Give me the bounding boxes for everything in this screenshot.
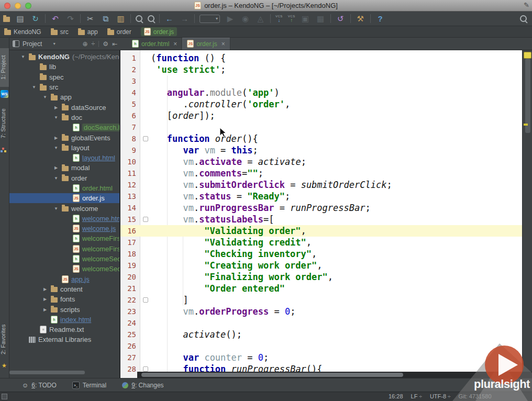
tool-button-project[interactable]: 1: Project bbox=[0, 48, 9, 87]
tree-item-layout[interactable]: ▼layout bbox=[9, 143, 119, 153]
tree-item-spec[interactable]: spec bbox=[9, 72, 119, 82]
tree-item-index.html[interactable]: hindex.html bbox=[9, 315, 119, 325]
tree-item-modal[interactable]: ▶modal bbox=[9, 163, 119, 173]
paste-icon[interactable]: ▥ bbox=[116, 14, 126, 24]
tree-item-welcomeFirst.html[interactable]: hwelcomeFirst.html bbox=[9, 233, 119, 243]
tree-item-globalEvents[interactable]: ▶globalEvents bbox=[9, 132, 119, 142]
tool-window-button-changes[interactable]: 9: Changes bbox=[122, 382, 163, 389]
find-icon[interactable] bbox=[136, 15, 142, 22]
tree-item-content[interactable]: ▶content bbox=[9, 284, 119, 294]
fold-marker[interactable] bbox=[143, 217, 148, 222]
hide-panel-icon[interactable]: ⇤ bbox=[112, 40, 117, 48]
code-editor[interactable]: 1(function () {2 'use strict';34 angular… bbox=[120, 50, 522, 378]
project-panel-header[interactable]: Project ▼ ⊕÷⚙⇤ bbox=[9, 38, 120, 50]
tool-button-structure[interactable]: 7: Structure bbox=[0, 103, 9, 144]
tab-order.html[interactable]: horder.html× bbox=[127, 38, 182, 50]
status-widget-git[interactable]: Git: 4731580 bbox=[459, 393, 492, 399]
tree-item-welcome[interactable]: ▼welcome bbox=[9, 203, 119, 213]
breadcrumb-item-src[interactable]: src bbox=[51, 28, 69, 36]
tree-arrow-icon[interactable]: ▶ bbox=[42, 297, 48, 302]
tree-item-welcome.html[interactable]: hwelcome.html bbox=[9, 214, 119, 224]
locate-icon[interactable]: ⊕ bbox=[83, 40, 88, 48]
tree-arrow-icon[interactable]: ▶ bbox=[42, 307, 48, 312]
settings-icon[interactable]: ⚒ bbox=[356, 14, 365, 24]
run-config-select[interactable]: ▾ bbox=[199, 15, 220, 23]
tree-arrow-icon[interactable]: ▼ bbox=[53, 146, 59, 150]
tree-item-fonts[interactable]: ▶fonts bbox=[9, 294, 119, 304]
status-widget-lf[interactable]: LF÷ bbox=[411, 393, 422, 399]
collapse-all-icon[interactable]: ÷ bbox=[92, 40, 95, 48]
project-horizontal-scrollbar[interactable] bbox=[9, 371, 85, 374]
redo-icon[interactable]: ↷ bbox=[65, 14, 75, 24]
tree-item-welcomeSecond.html[interactable]: hwelcomeSecond.html bbox=[9, 254, 119, 264]
tree-item-order.html[interactable]: horder.html bbox=[9, 183, 119, 193]
tree-item-welcomeSecond.js[interactable]: JSwelcomeSecond.js bbox=[9, 264, 119, 274]
event-log-label[interactable]: Event Log bbox=[491, 382, 517, 388]
tree-item-External-Libraries[interactable]: External Libraries bbox=[9, 335, 119, 344]
inspection-status-indicator[interactable] bbox=[524, 52, 531, 59]
tree-item-order[interactable]: ▼order bbox=[9, 173, 119, 183]
back-icon[interactable]: ← bbox=[164, 14, 174, 24]
vertical-scrollbar[interactable] bbox=[525, 59, 530, 133]
tool-window-button-terminal[interactable]: >_Terminal bbox=[72, 382, 106, 389]
open-folder-icon[interactable] bbox=[3, 17, 10, 22]
tree-arrow-icon[interactable]: ▶ bbox=[53, 136, 59, 140]
vcs-update-icon[interactable]: VCS↓ bbox=[275, 15, 283, 23]
tree-arrow-icon[interactable]: ▼ bbox=[20, 54, 26, 59]
editor-scroll-stripe[interactable] bbox=[522, 50, 532, 378]
tree-item-scripts[interactable]: ▶scripts bbox=[9, 304, 119, 314]
tool-window-toggle-icon[interactable] bbox=[2, 394, 7, 399]
rollback-icon[interactable]: ↺ bbox=[336, 14, 346, 24]
horizontal-scrollbar-thumb[interactable] bbox=[141, 373, 403, 377]
status-widget-16[interactable]: 16:28 bbox=[389, 393, 403, 399]
title-bar[interactable]: JS order.js – KendoNG – [~/Projects/Kend… bbox=[0, 0, 532, 12]
panel-settings-icon[interactable]: ⚙ bbox=[103, 40, 108, 48]
tree-item-KendoNG[interactable]: ▼KendoNG (~/Projects/KendoNG) bbox=[9, 52, 119, 62]
warning-stripe-mark[interactable] bbox=[524, 124, 528, 126]
fold-marker[interactable] bbox=[143, 366, 148, 372]
run-icon[interactable]: ▶ bbox=[225, 14, 235, 24]
tree-arrow-icon[interactable]: ▼ bbox=[53, 176, 59, 181]
tree-arrow-icon[interactable]: ▼ bbox=[42, 95, 48, 99]
tree-arrow-icon[interactable]: ▶ bbox=[53, 165, 59, 170]
tree-item-order.js[interactable]: JSorder.js bbox=[9, 193, 119, 203]
breadcrumb-item-order.js[interactable]: JSorder.js bbox=[141, 27, 177, 36]
close-icon[interactable]: × bbox=[221, 40, 225, 48]
tree-item-lib[interactable]: lib bbox=[9, 62, 119, 72]
status-widget-utf-8[interactable]: UTF-8÷ bbox=[430, 393, 451, 399]
tool-window-button-todo[interactable]: ☺6: TODO bbox=[22, 382, 57, 389]
minimize-button[interactable] bbox=[15, 3, 21, 9]
tree-item-dataSource[interactable]: ▶dataSource bbox=[9, 102, 119, 112]
tree-item-welcomeFirst.js[interactable]: JSwelcomeFirst.js bbox=[9, 244, 119, 254]
horizontal-scrollbar[interactable] bbox=[137, 372, 532, 378]
vcs-lock-icon[interactable]: ▣ bbox=[301, 14, 311, 24]
search-everywhere-icon[interactable] bbox=[520, 15, 527, 22]
breadcrumb-item-KendoNG[interactable]: KendoNG bbox=[4, 28, 41, 36]
tool-button-favorites[interactable]: 2: Favorites bbox=[0, 319, 9, 359]
copy-icon[interactable]: ⧉ bbox=[101, 14, 110, 24]
tree-arrow-icon[interactable]: ▼ bbox=[31, 85, 37, 90]
replace-icon[interactable] bbox=[148, 15, 154, 22]
tree-item-app[interactable]: ▼app bbox=[9, 92, 119, 102]
tree-item-Readme.txt[interactable]: ≡Readme.txt bbox=[9, 325, 119, 335]
undo-icon[interactable]: ↶ bbox=[50, 14, 60, 24]
close-icon[interactable]: × bbox=[173, 40, 177, 48]
tree-item-app.js[interactable]: JSapp.js bbox=[9, 274, 119, 284]
tree-item-doc[interactable]: ▼doc bbox=[9, 113, 119, 122]
tree-arrow-icon[interactable]: ▼ bbox=[53, 206, 59, 211]
vcs-shelf-icon[interactable]: ▦ bbox=[316, 14, 326, 24]
save-all-icon[interactable]: ▤ bbox=[15, 14, 25, 24]
help-icon[interactable]: ? bbox=[375, 14, 385, 24]
forward-icon[interactable]: → bbox=[180, 14, 190, 24]
tree-item-docSearch.html[interactable]: hdocSearch.html bbox=[9, 122, 119, 132]
zoom-button[interactable] bbox=[25, 3, 31, 9]
close-button[interactable] bbox=[4, 3, 10, 9]
synchronize-icon[interactable]: ↻ bbox=[30, 14, 40, 24]
tree-item-welcome.js[interactable]: JSwelcome.js bbox=[9, 224, 119, 233]
debug-icon[interactable]: ◉ bbox=[240, 14, 250, 24]
tab-order.js[interactable]: JSorder.js× bbox=[182, 38, 230, 50]
tree-arrow-icon[interactable]: ▼ bbox=[53, 115, 59, 120]
breadcrumb-item-app[interactable]: app bbox=[78, 28, 98, 36]
fold-marker[interactable] bbox=[143, 136, 148, 141]
cut-icon[interactable]: ✂ bbox=[85, 14, 95, 24]
